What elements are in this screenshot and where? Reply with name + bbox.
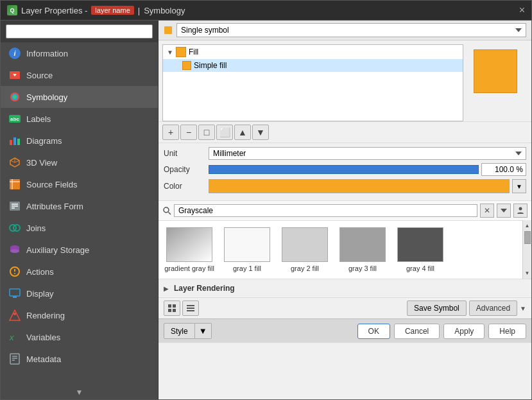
sidebar-item-display[interactable]: Display xyxy=(1,283,158,304)
action-buttons-row: Style ▼ OK Cancel Apply Help xyxy=(159,318,531,343)
color-swatch[interactable] xyxy=(209,179,510,193)
svg-text:x: x xyxy=(9,333,14,342)
sidebar-scroll: ▼ xyxy=(1,385,158,399)
svg-rect-32 xyxy=(10,354,19,364)
grid-view-button[interactable] xyxy=(164,300,180,316)
sidebar-label-labels: Labels xyxy=(26,114,51,124)
symbol-preview-area xyxy=(463,44,528,121)
sidebar-item-3dview[interactable]: 3D View xyxy=(1,152,158,173)
sidebar-item-sourcefields[interactable]: Source Fields xyxy=(1,173,158,195)
layer-rendering-chevron-icon: ▶ xyxy=(164,285,169,292)
labels-icon: abc xyxy=(8,112,21,125)
opacity-value-input[interactable] xyxy=(481,163,526,176)
color-scroll-up-button[interactable]: ▲ xyxy=(524,222,531,230)
color-palette-person-button[interactable] xyxy=(513,204,528,218)
opacity-control xyxy=(209,163,526,176)
svg-rect-7 xyxy=(17,139,20,145)
search-input[interactable] xyxy=(6,24,153,39)
search-box xyxy=(1,21,158,42)
tree-row-simplefill[interactable]: Simple fill xyxy=(163,59,463,72)
color-item-gray1[interactable]: gray 1 fill xyxy=(221,227,273,272)
sidebar-item-information[interactable]: i Information xyxy=(1,42,158,64)
sidebar-item-diagrams[interactable]: Diagrams xyxy=(1,130,158,152)
metadata-icon xyxy=(8,352,21,365)
color-search-area: ✕ xyxy=(159,200,531,220)
color-picker-button[interactable]: ▼ xyxy=(512,179,526,193)
tree-row-fill[interactable]: ▼ Fill xyxy=(163,45,463,59)
tree-remove-button[interactable]: − xyxy=(180,125,197,140)
sidebar-item-variables[interactable]: x Variables xyxy=(1,326,158,348)
view-toggle-group xyxy=(164,300,199,316)
sidebar-item-joins[interactable]: Joins xyxy=(1,217,158,239)
list-view-button[interactable] xyxy=(182,300,199,316)
color-search-input[interactable] xyxy=(174,204,477,217)
advanced-dropdown-icon: ▼ xyxy=(520,300,526,316)
color-item-gray4[interactable]: gray 4 fill xyxy=(395,227,446,272)
titlebar-left: Q Layer Properties - layer name | Symbol… xyxy=(7,5,185,15)
color-search-clear-button[interactable]: ✕ xyxy=(480,204,494,218)
display-icon xyxy=(8,287,21,300)
sidebar-item-metadata[interactable]: Metadata xyxy=(1,348,158,370)
sidebar-item-rendering[interactable]: Rendering xyxy=(1,304,158,326)
sidebar-label-auxstorage: Auxiliary Storage xyxy=(26,245,89,255)
symbol-preview xyxy=(474,49,517,93)
tree-down-button[interactable]: ▼ xyxy=(252,125,269,140)
tree-lock-button[interactable]: ⬜ xyxy=(216,125,233,140)
svg-rect-44 xyxy=(187,305,194,306)
gray3-label: gray 3 fill xyxy=(348,265,377,272)
layer-properties-window: Q Layer Properties - layer name | Symbol… xyxy=(0,0,532,400)
help-button[interactable]: Help xyxy=(488,324,526,339)
advanced-button[interactable]: Advanced xyxy=(469,300,517,316)
info-icon: i xyxy=(8,47,21,60)
save-symbol-button[interactable]: Save Symbol xyxy=(407,300,467,316)
sidebar-item-source[interactable]: Source xyxy=(1,64,158,86)
sidebar-item-symbology[interactable]: Symbology xyxy=(1,86,158,108)
properties-section: Unit Millimeter Opacity Color xyxy=(159,143,531,200)
apply-button[interactable]: Apply xyxy=(443,324,485,339)
diagrams-icon xyxy=(8,134,21,147)
tree-add-button[interactable]: + xyxy=(162,125,179,140)
opacity-track[interactable] xyxy=(209,165,479,174)
ok-button[interactable]: OK xyxy=(357,324,390,339)
sidebar-label-actions: Actions xyxy=(26,267,54,277)
color-item-gradient-gray[interactable]: gradient gray fill xyxy=(164,227,215,272)
color-scroll-thumb[interactable] xyxy=(524,231,531,244)
style-arrow-button[interactable]: ▼ xyxy=(195,323,212,339)
cancel-button[interactable]: Cancel xyxy=(394,324,440,339)
sidebar-label-symbology: Symbology xyxy=(26,92,67,102)
color-scroll-down-button[interactable]: ▼ xyxy=(524,269,531,277)
sidebar-label-3dview: 3D View xyxy=(26,158,57,168)
opacity-label: Opacity xyxy=(164,165,209,174)
color-label: Color xyxy=(164,182,209,191)
save-advanced-group: Save Symbol Advanced ▼ xyxy=(407,300,526,316)
layer-rendering-section: ▶ Layer Rendering xyxy=(159,279,531,297)
symbol-type-select[interactable]: Single symbol xyxy=(176,23,526,37)
color-item-gray3[interactable]: gray 3 fill xyxy=(337,227,388,272)
unit-select[interactable]: Millimeter xyxy=(209,147,526,160)
color-control: ▼ xyxy=(209,179,526,193)
svg-line-38 xyxy=(169,213,171,215)
tree-up-button[interactable]: ▲ xyxy=(234,125,251,140)
sidebar-label-sourcefields: Source Fields xyxy=(26,180,77,189)
svg-point-39 xyxy=(519,207,522,211)
style-button[interactable]: Style xyxy=(164,323,195,339)
tree-duplicate-button[interactable]: □ xyxy=(198,125,215,140)
sidebar-label-information: Information xyxy=(26,49,68,58)
color-item-gray2[interactable]: gray 2 fill xyxy=(279,227,330,272)
sidebar-item-attrform[interactable]: Attributes Form xyxy=(1,195,158,217)
sidebar-label-variables: Variables xyxy=(26,333,60,342)
titlebar: Q Layer Properties - layer name | Symbol… xyxy=(1,1,531,21)
simple-fill-icon xyxy=(182,61,191,70)
sidebar-scroll-down-icon[interactable]: ▼ xyxy=(76,388,83,397)
color-search-dropdown-button[interactable] xyxy=(497,204,511,218)
tree-toolbar: + − □ ⬜ ▲ ▼ xyxy=(159,121,531,143)
svg-point-4 xyxy=(13,95,17,99)
svg-rect-27 xyxy=(10,289,20,296)
sidebar-item-labels[interactable]: abc Labels xyxy=(1,108,158,130)
layer-rendering-row[interactable]: ▶ Layer Rendering xyxy=(164,283,526,294)
sidebar-item-auxstorage[interactable]: Auxiliary Storage xyxy=(1,239,158,261)
close-button[interactable]: × xyxy=(519,4,525,16)
unit-row: Unit Millimeter xyxy=(164,147,526,160)
gray3-swatch xyxy=(339,227,386,262)
sidebar-item-actions[interactable]: Actions xyxy=(1,261,158,283)
